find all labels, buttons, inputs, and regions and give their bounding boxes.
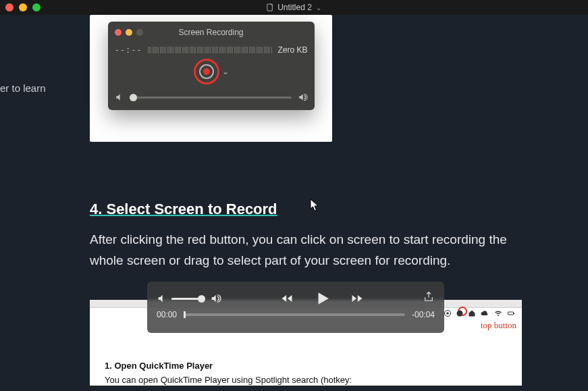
player-current-time: 00:00 [157,310,177,319]
volume-low-icon [115,93,124,102]
record-dot-icon [203,68,210,75]
stop-button-label: top button [481,320,516,331]
player-volume-slider[interactable] [171,298,205,300]
embedded-doc-text: 1. Open QuickTime Player You can open Qu… [105,361,352,385]
window-traffic-lights [5,3,41,11]
window-title: Untitled 2 [277,3,312,12]
window-close-icon[interactable] [5,3,14,11]
rewind-button[interactable] [278,292,296,305]
quicktime-title: Screen Recording [115,28,308,37]
share-button[interactable] [423,291,435,306]
play-button[interactable] [313,290,331,307]
embedded-doc-heading: 1. Open QuickTime Player [105,361,352,371]
volume-high-icon [297,93,308,102]
quicktime-size: Zero KB [277,45,307,55]
player-scrubber[interactable] [184,313,405,316]
record-highlight-circle-icon [194,59,219,84]
fan-icon [456,309,464,317]
player-volume-mute-icon[interactable] [157,293,167,304]
section-paragraph: After clicking the red button, you can c… [90,229,515,271]
section-heading: 4. Select Screen to Record [90,201,277,218]
window-zoom-icon[interactable] [32,3,41,11]
svg-rect-4 [508,312,514,315]
home-icon [468,309,476,317]
quicktime-screenshot: Screen Recording --:-- Zero KB ⌄ [90,15,332,142]
cloud-icon [480,309,489,317]
quicktime-volume-slider [130,97,292,99]
quicktime-time: --:-- [115,45,142,55]
window-minimize-icon[interactable] [19,3,27,11]
player-volume-full-icon[interactable] [209,293,221,304]
svg-point-3 [457,311,463,317]
embedded-doc-body: You can open QuickTime Player using Spot… [105,375,352,385]
battery-icon [507,309,515,317]
chevron-down-icon: ⌄ [316,4,321,11]
fast-forward-button[interactable] [348,292,366,305]
record-button [199,64,214,79]
quicktime-waveform [148,47,273,53]
wifi-icon [493,309,503,317]
quicktime-panel: Screen Recording --:-- Zero KB ⌄ [108,22,315,110]
document-icon [267,3,273,11]
record-options-chevron-icon: ⌄ [222,67,229,76]
svg-rect-2 [447,313,449,315]
window-title-group[interactable]: Untitled 2 ⌄ [267,3,321,12]
menubar-icons [444,309,515,317]
svg-rect-5 [514,313,514,314]
stop-record-icon [444,309,452,317]
window-titlebar: Untitled 2 ⌄ [0,0,588,15]
player-remaining-time: -00:04 [412,310,435,319]
video-player-controls: 00:00 -00:04 [147,282,444,333]
